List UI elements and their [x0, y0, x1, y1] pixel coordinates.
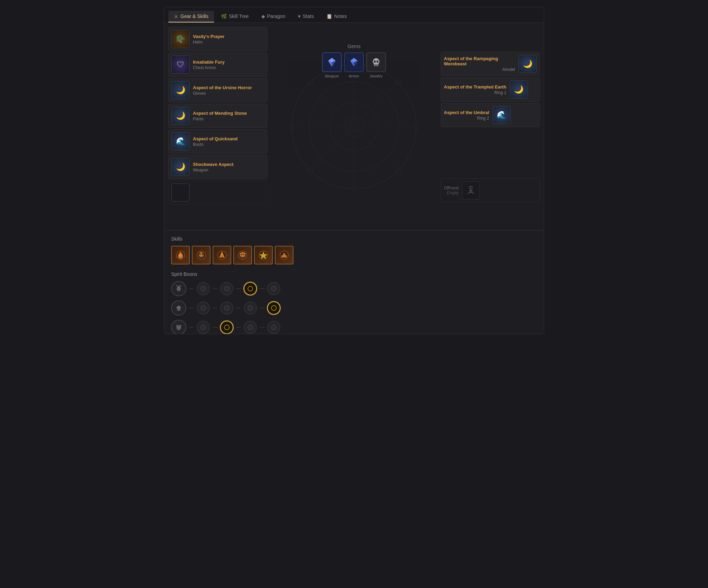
tab-stats[interactable]: ♥ Stats: [292, 11, 319, 22]
svg-point-36: [199, 253, 201, 255]
armor-gem-label: Armor: [349, 74, 359, 78]
gear-item-ring2[interactable]: 🌊 Aspect of the Umbral Ring 2: [441, 103, 540, 127]
svg-point-66: [224, 325, 229, 330]
svg-point-62: [178, 325, 180, 328]
pants-text: Aspect of Mending Stone Pants: [193, 111, 247, 121]
tab-notes[interactable]: 📋 Notes: [321, 11, 353, 22]
offhand-text: Offhand Empty: [444, 186, 458, 195]
boots-text: Aspect of Quicksand Boots: [193, 136, 237, 147]
skill-3-icon[interactable]: [213, 246, 231, 264]
boots-slot: Boots: [193, 142, 237, 147]
wolf-boon-1[interactable]: [197, 321, 210, 334]
tab-paragon[interactable]: ◆ Paragon: [256, 11, 291, 22]
deer-boon-1[interactable]: [197, 282, 210, 295]
diamond-gem-armor: [348, 57, 360, 68]
weapon-text: Shockwave Aspect Weapon: [193, 162, 233, 172]
wolf-boon-3[interactable]: [244, 321, 257, 334]
svg-point-26: [376, 60, 379, 63]
gear-item-gloves[interactable]: 🌙 Aspect of the Ursine Horror Gloves: [168, 78, 267, 102]
eagle-boon-4[interactable]: [267, 301, 280, 315]
svg-point-25: [374, 60, 376, 63]
eagle-connector-2: [213, 308, 217, 308]
skill-2-icon[interactable]: [192, 246, 211, 264]
svg-point-53: [248, 286, 253, 291]
skill-4-icon[interactable]: [233, 246, 252, 264]
tab-skill-tree[interactable]: 🌿 Skill Tree: [215, 11, 254, 22]
ring2-icon: 🌊: [493, 106, 511, 124]
svg-point-65: [201, 325, 206, 330]
helm-name: Vasily's Prayer: [193, 34, 224, 39]
jewelry-gem-icon[interactable]: [366, 53, 386, 72]
spirit-boon-row-wolf: [171, 320, 537, 334]
wolf-connector-4: [260, 327, 264, 328]
helm-text: Vasily's Prayer Helm: [193, 34, 224, 45]
eagle-boon-1[interactable]: [197, 301, 210, 315]
tab-skill-tree-label: Skill Tree: [229, 13, 249, 19]
right-spacer-1: [441, 27, 540, 50]
eagle-connector-1: [189, 308, 194, 308]
amulet-icon: 🌙: [519, 55, 537, 73]
e-boon-2-svg: [224, 305, 230, 311]
svg-point-59: [248, 306, 253, 310]
eagle-boon-3[interactable]: [244, 301, 257, 315]
weapon-gem-item: Weapon: [322, 53, 342, 78]
w-boon-3-svg: [247, 324, 253, 330]
gear-item-ring1[interactable]: 🌙 Aspect of the Trampled Earth Ring 1: [441, 77, 540, 102]
deer-boon-3[interactable]: [244, 282, 257, 295]
gloves-text: Aspect of the Ursine Horror Gloves: [193, 85, 252, 96]
skill-6-icon[interactable]: [275, 246, 294, 264]
armor-gem-icon[interactable]: [344, 53, 364, 72]
bottom-area: Skills: [164, 230, 544, 334]
helm-icon: 🪖: [171, 30, 189, 48]
wolf-boon-2[interactable]: [220, 321, 233, 334]
skill-3-svg: [217, 250, 227, 260]
gear-item-offhand[interactable]: Offhand Empty: [441, 178, 540, 203]
boon-4-svg: [271, 286, 277, 292]
armor-gem-item: Armor: [344, 53, 364, 78]
extra-slot-icon: [171, 184, 189, 202]
gloves-icon: 🌙: [171, 81, 189, 99]
wolf-boon-4[interactable]: [267, 321, 280, 334]
w-boon-1-svg: [200, 324, 206, 330]
skill-tree-icon: 🌿: [221, 13, 227, 19]
svg-point-51: [201, 286, 206, 291]
svg-point-67: [248, 325, 253, 330]
skill-1-icon[interactable]: [171, 246, 190, 264]
main-container: ⚔ Gear & Skills 🌿 Skill Tree ◆ Paragon ♥…: [164, 7, 544, 334]
diamond-blue-gem: [326, 57, 337, 68]
deer-boon-2[interactable]: [220, 282, 233, 295]
boots-name: Aspect of Quicksand: [193, 136, 237, 141]
wolf-connector-1: [189, 327, 194, 328]
gems-section: Gems Weapon: [322, 44, 386, 78]
gear-item-boots[interactable]: 🌊 Aspect of Quicksand Boots: [168, 129, 267, 153]
e-boon-4-svg: [271, 305, 277, 311]
weapon-gem-label: Weapon: [325, 74, 339, 78]
amulet-text: Aspect of the Rampaging Werebeast Amulet: [444, 56, 515, 72]
skill-5-icon[interactable]: [254, 246, 273, 264]
skill-4-svg: [237, 250, 248, 260]
eagle-boon-2[interactable]: [220, 301, 233, 315]
gloves-name: Aspect of the Ursine Horror: [193, 85, 252, 90]
svg-point-37: [202, 253, 204, 255]
spirit-boon-row-eagle: [171, 300, 537, 316]
eagle-connector-3: [236, 308, 241, 308]
jewelry-gem-label: Jewelry: [370, 74, 382, 78]
deer-connector-2: [213, 288, 217, 289]
ring1-icon: 🌙: [510, 81, 528, 99]
offhand-empty-label: Empty: [447, 190, 458, 195]
svg-point-42: [243, 254, 245, 255]
ring2-name: Aspect of the Umbral: [444, 110, 489, 115]
amulet-slot: Amulet: [502, 67, 515, 72]
svg-point-52: [224, 286, 229, 291]
tab-bar: ⚔ Gear & Skills 🌿 Skill Tree ◆ Paragon ♥…: [164, 7, 544, 23]
weapon-gem-icon[interactable]: [322, 53, 342, 72]
gear-item-amulet[interactable]: 🌙 Aspect of the Rampaging Werebeast Amul…: [441, 52, 540, 76]
tab-gear-skills[interactable]: ⚔ Gear & Skills: [168, 11, 214, 22]
w-boon-4-svg: [271, 324, 277, 330]
gear-item-helm[interactable]: 🪖 Vasily's Prayer Helm: [168, 27, 267, 51]
deer-boon-4[interactable]: [267, 282, 280, 295]
gear-item-extra[interactable]: [168, 180, 267, 205]
gear-item-weapon[interactable]: 🌙 Shockwave Aspect Weapon: [168, 155, 267, 179]
gear-item-chest[interactable]: 🛡 Insatiable Fury Chest Armor: [168, 53, 267, 77]
gear-item-pants[interactable]: 🌙 Aspect of Mending Stone Pants: [168, 104, 267, 128]
